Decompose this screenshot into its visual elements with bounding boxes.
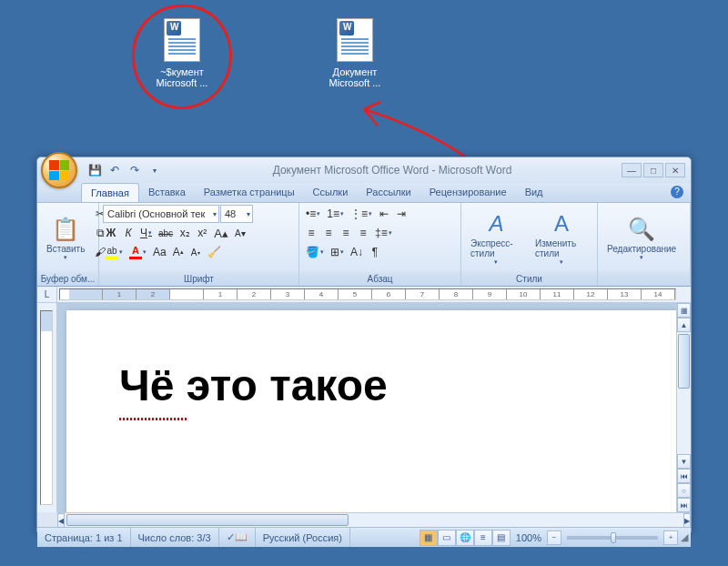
- redo-icon[interactable]: ↷: [126, 162, 143, 178]
- word-doc-icon: [160, 18, 204, 62]
- zoom-in-icon[interactable]: +: [663, 531, 678, 545]
- quick-styles-button[interactable]: A Экспресс-стили▾: [465, 205, 528, 272]
- shrink-font2-button[interactable]: A▾: [187, 243, 204, 261]
- tab-mailings[interactable]: Рассылки: [357, 183, 420, 202]
- show-marks-button[interactable]: ¶: [367, 243, 383, 261]
- shrink-font-button[interactable]: A▾: [232, 224, 248, 242]
- page-status[interactable]: Страница: 1 из 1: [37, 528, 131, 547]
- bold-button[interactable]: Ж: [103, 224, 119, 242]
- scroll-thumb-h[interactable]: [66, 514, 349, 526]
- grow-font-button[interactable]: A▴: [211, 224, 231, 242]
- subscript-button[interactable]: x₂: [177, 224, 193, 242]
- word-window: 💾 ↶ ↷ ▾ Документ Microsoft Office Word -…: [36, 157, 692, 532]
- underline-button[interactable]: Ч: [137, 224, 155, 242]
- scroll-left-icon[interactable]: ◀: [57, 513, 65, 528]
- maximize-button[interactable]: □: [643, 163, 663, 177]
- change-styles-button[interactable]: A Изменить стили▾: [530, 205, 593, 272]
- change-styles-icon: A: [554, 211, 569, 237]
- line-spacing-button[interactable]: ‡≡: [372, 224, 395, 242]
- document-text[interactable]: Чё это такое: [119, 360, 388, 410]
- titlebar[interactable]: 💾 ↶ ↷ ▾ Документ Microsoft Office Word -…: [37, 157, 691, 183]
- font-size-select[interactable]: 48: [220, 205, 253, 223]
- scroll-thumb[interactable]: [678, 334, 690, 389]
- zoom-level[interactable]: 100%: [511, 532, 547, 543]
- qat-dropdown-icon[interactable]: ▾: [147, 162, 163, 178]
- shading-button[interactable]: 🪣: [303, 243, 327, 261]
- prev-page-icon[interactable]: ⏮: [677, 469, 691, 483]
- tab-home[interactable]: Главная: [81, 183, 139, 202]
- editing-button[interactable]: 🔍 Редактирование▾: [602, 205, 682, 272]
- zoom-slider[interactable]: [567, 536, 658, 540]
- font-color-button[interactable]: A: [126, 243, 149, 261]
- scroll-right-icon[interactable]: ▶: [683, 513, 691, 528]
- zoom-handle[interactable]: [611, 532, 616, 543]
- window-title: Документ Microsoft Office Word - Microso…: [163, 164, 622, 177]
- draft-view[interactable]: ▤: [492, 530, 511, 546]
- scroll-up-icon[interactable]: ▲: [677, 318, 691, 332]
- zoom-out-icon[interactable]: −: [547, 531, 561, 545]
- styles-group-label: Стили: [461, 272, 597, 286]
- icon-label: Документ Microsoft ...: [318, 66, 391, 88]
- word-count[interactable]: Число слов: 3/3: [131, 528, 219, 547]
- bullets-button[interactable]: •≡: [303, 205, 323, 223]
- proofing-status[interactable]: ✓📖: [219, 528, 256, 547]
- next-page-icon[interactable]: ⏭: [677, 498, 691, 512]
- change-case-button[interactable]: Aa: [150, 243, 169, 261]
- justify-button[interactable]: ≡: [355, 224, 371, 242]
- font-name-select[interactable]: Calibri (Основной тек: [103, 205, 219, 223]
- save-icon[interactable]: 💾: [86, 162, 103, 178]
- change-styles-label: Изменить стили: [535, 238, 588, 258]
- align-left-button[interactable]: ≡: [303, 224, 319, 242]
- outline-view[interactable]: ≡: [474, 530, 492, 546]
- tab-references[interactable]: Ссылки: [304, 183, 358, 202]
- ruler-toggle-icon[interactable]: ▦: [677, 303, 691, 318]
- resize-grip-icon[interactable]: ◢: [678, 531, 691, 543]
- spelling-error-underline: [119, 418, 187, 420]
- horizontal-ruler[interactable]: 121234567891011121314151617: [59, 288, 676, 300]
- clear-formatting-button[interactable]: 🧹: [205, 243, 224, 261]
- browse-object-icon[interactable]: ○: [677, 483, 691, 498]
- minimize-button[interactable]: —: [622, 163, 642, 177]
- decrease-indent-button[interactable]: ⇤: [376, 205, 392, 223]
- tab-review[interactable]: Рецензирование: [420, 183, 516, 202]
- italic-button[interactable]: К: [120, 224, 136, 242]
- tab-selector[interactable]: L: [37, 287, 57, 302]
- styles-icon: A: [489, 211, 503, 237]
- desktop-temp-file-icon[interactable]: ~$кумент Microsoft ...: [146, 18, 218, 88]
- align-center-button[interactable]: ≡: [320, 224, 337, 242]
- sort-button[interactable]: A↓: [348, 243, 366, 261]
- numbering-button[interactable]: 1≡: [324, 205, 347, 223]
- vertical-scrollbar[interactable]: ▦ ▲ ▼ ⏮ ○ ⏭: [676, 303, 691, 512]
- tab-insert[interactable]: Вставка: [139, 183, 195, 202]
- paste-button[interactable]: 📋 Вставить ▾: [41, 205, 90, 272]
- borders-button[interactable]: ⊞: [328, 243, 347, 261]
- grow-font2-button[interactable]: A▴: [170, 243, 187, 261]
- scroll-down-icon[interactable]: ▼: [677, 454, 691, 469]
- print-layout-view[interactable]: ▦: [420, 530, 438, 546]
- multilevel-button[interactable]: ⋮≡: [348, 205, 375, 223]
- document-area: Чё это такое ▦ ▲ ▼ ⏮ ○ ⏭: [37, 303, 691, 512]
- status-bar: Страница: 1 из 1 Число слов: 3/3 ✓📖 Русс…: [37, 527, 691, 547]
- horizontal-scrollbar[interactable]: ◀ ▶: [57, 512, 691, 527]
- tab-view[interactable]: Вид: [516, 183, 552, 202]
- strike-button[interactable]: abc: [156, 224, 176, 242]
- help-icon[interactable]: ?: [671, 186, 683, 198]
- superscript-button[interactable]: x²: [194, 224, 210, 242]
- page[interactable]: Чё это такое: [66, 310, 676, 512]
- office-button[interactable]: [41, 152, 77, 188]
- close-button[interactable]: ✕: [665, 163, 685, 177]
- paragraph-group-label: Абзац: [299, 272, 460, 286]
- page-view[interactable]: Чё это такое: [57, 303, 676, 512]
- web-layout-view[interactable]: 🌐: [456, 530, 474, 546]
- highlight-button[interactable]: ab: [103, 243, 126, 261]
- desktop-document-icon[interactable]: Документ Microsoft ...: [318, 18, 391, 88]
- increase-indent-button[interactable]: ⇥: [393, 205, 410, 223]
- full-screen-view[interactable]: ▭: [438, 530, 456, 546]
- tab-layout[interactable]: Разметка страницы: [195, 183, 304, 202]
- align-right-button[interactable]: ≡: [338, 224, 354, 242]
- ruler-bar: L 121234567891011121314151617: [37, 287, 691, 303]
- quick-access-toolbar: 💾 ↶ ↷ ▾: [86, 162, 163, 178]
- undo-icon[interactable]: ↶: [106, 162, 123, 178]
- vertical-ruler[interactable]: [37, 303, 57, 512]
- language-status[interactable]: Русский (Россия): [256, 528, 350, 547]
